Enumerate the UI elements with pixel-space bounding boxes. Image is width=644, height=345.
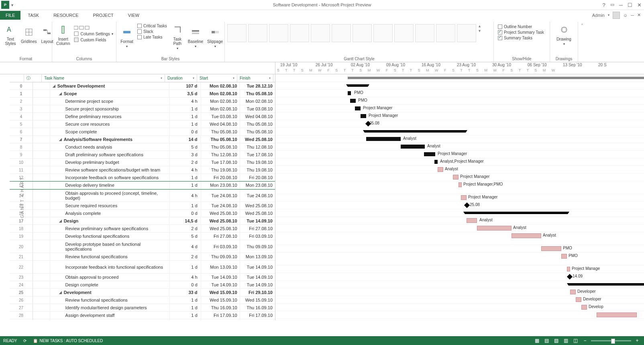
table-row[interactable]: 23Obtain approval to proceed4 hTue 14.09… (10, 274, 275, 281)
table-row[interactable]: 17◢Design14,5 dWed 25.08.10Tue 14.09.10 (10, 217, 275, 225)
table-row[interactable]: 18Review preliminary software specificat… (10, 225, 275, 233)
critical-tasks-check[interactable]: Critical Tasks (136, 23, 169, 29)
gantt-row: Analyst (275, 225, 644, 232)
table-row[interactable]: 27Identify modular/tiered design paramet… (10, 304, 275, 312)
zoom-out-icon[interactable]: − (581, 337, 589, 344)
finish-header[interactable]: Finish▾ (237, 74, 273, 82)
timeline-date: 09 Aug '10 (386, 63, 405, 67)
table-row[interactable]: 10Develop preliminary budget2 dTue 17.08… (10, 159, 275, 166)
gantt-row: PMO (275, 253, 644, 265)
drawing-button[interactable]: Drawing▾ (552, 22, 575, 47)
view-resource-icon[interactable]: ▥ (562, 337, 569, 344)
task-path-button[interactable]: Task Path▾ (169, 22, 185, 51)
view-network-icon[interactable]: ▧ (552, 337, 560, 344)
gantt-row: Analyst (275, 143, 644, 151)
table-row[interactable]: 8Conduct needs analysis5 dThu 05.08.10Th… (10, 143, 275, 151)
timeline-date: 02 Aug '10 (351, 63, 370, 67)
gantt-row: 05.08 (275, 120, 644, 128)
table-row[interactable]: 0◢Software Development107 dMon 02.08.10T… (10, 82, 275, 90)
task-grid[interactable]: 0◢Software Development107 dMon 02.08.10T… (10, 82, 275, 320)
user-dropdown-icon[interactable]: ▾ (608, 13, 609, 17)
window-minimize-icon[interactable]: ─ (631, 13, 634, 18)
maximize-icon[interactable]: ☐ (628, 2, 632, 8)
view-gantt-icon[interactable]: ▦ (533, 337, 540, 344)
view-tab[interactable]: VIEW (121, 11, 147, 20)
text-styles-button[interactable]: AText Styles (2, 22, 18, 47)
slack-check[interactable]: Slack (136, 29, 169, 34)
zoom-slider[interactable] (591, 340, 631, 341)
late-tasks-check[interactable]: Late Tasks (136, 35, 169, 40)
gantt-row: Developer (275, 288, 644, 296)
minimize-icon[interactable]: ─ (619, 2, 623, 8)
view-report-icon[interactable]: ◫ (572, 337, 579, 344)
table-row[interactable]: 25◢Development33 dWed 15.09.10Fri 29.10.… (10, 289, 275, 296)
table-row[interactable]: 13Develop delivery timeline1 dMon 23.08.… (10, 182, 275, 189)
info-header[interactable]: ⓘ (24, 74, 42, 82)
custom-fields-button[interactable]: Custom Fields (72, 37, 114, 43)
table-row[interactable]: 1◢Scope3,5 dMon 02.08.10Thu 05.08.10 (10, 90, 275, 98)
avatar[interactable] (613, 12, 620, 19)
gantt-row (275, 82, 644, 90)
help-icon[interactable]: ? (603, 2, 605, 8)
project-tab[interactable]: PROJECT (86, 11, 121, 20)
table-row[interactable]: 28Assign development staff1 dFri 17.09.1… (10, 312, 275, 319)
table-row[interactable]: 11Review software specifications/budget … (10, 166, 275, 174)
table-row[interactable]: 14Obtain approvals to proceed (concept, … (10, 189, 275, 202)
table-row[interactable]: 21Review functional specifications2 dThu… (10, 253, 275, 261)
gantt-row: Project Manager (275, 112, 644, 120)
table-row[interactable]: 24Design complete0 dTue 14.09.10Tue 14.0… (10, 281, 275, 289)
taskname-header[interactable]: Task Name▾ (42, 74, 165, 82)
ribbon-collapse-icon[interactable]: ˄ (581, 23, 583, 29)
status-sync-icon[interactable]: ⟳ (23, 339, 26, 343)
table-row[interactable]: 5Secure core resources1 dWed 04.08.10Thu… (10, 120, 275, 128)
insert-column-button[interactable]: Insert Column (55, 22, 71, 47)
baseline-button[interactable]: Baseline▾ (186, 22, 205, 51)
table-row[interactable]: 29Develop code15 dMon 20.09.10Fri 08.10.… (10, 319, 275, 320)
duration-header[interactable]: Duration▾ (165, 74, 197, 82)
outline-number-check[interactable]: Outline Number (496, 24, 547, 29)
status-ready: READY (3, 339, 17, 343)
close-icon[interactable]: ✕ (637, 2, 642, 8)
timeline-date: 13 Sep '10 (563, 63, 582, 67)
summary-tasks-check[interactable]: Summary Tasks (496, 35, 547, 41)
align-buttons[interactable] (72, 25, 114, 31)
task-tab[interactable]: TASK (20, 11, 46, 20)
group-label-format: Format (0, 57, 52, 61)
table-row[interactable]: 26Review functional specifications1 dWed… (10, 296, 275, 304)
file-tab[interactable]: FILE (0, 11, 20, 20)
styles-down-icon[interactable]: ▼ (478, 29, 481, 33)
status-newtasks[interactable]: 📋NEW TASKS : AUTO SCHEDULED (33, 339, 103, 343)
table-row[interactable]: 2Determine project scope4 hMon 02.08.10M… (10, 98, 275, 105)
ribbon-toggle-icon[interactable]: ▭ (610, 2, 614, 8)
gantt-chart[interactable]: PMOPMOProject ManagerProject Manager05.0… (275, 74, 644, 320)
column-settings-button[interactable]: Column Settings ▾ (72, 31, 114, 37)
table-row[interactable]: 6Scope complete0 dThu 05.08.10Thu 05.08.… (10, 128, 275, 136)
rownum-header[interactable] (10, 74, 24, 82)
table-row[interactable]: 3Secure project sponsorship1 dMon 02.08.… (10, 105, 275, 113)
table-row[interactable]: 16Analysis complete0 dWed 25.08.10Wed 25… (10, 210, 275, 217)
resource-tab[interactable]: RESOURCE (46, 11, 86, 20)
view-cal-icon[interactable]: ▤ (543, 337, 550, 344)
table-row[interactable]: 15Secure required resources1 dTue 24.08.… (10, 202, 275, 210)
user-name[interactable]: Admin (592, 13, 605, 18)
table-row[interactable]: 20Develop prototype based on functional … (10, 240, 275, 253)
table-row[interactable]: 9Draft preliminary software specificatio… (10, 151, 275, 159)
table-row[interactable]: 7◢Analysis/Software Requirements14 dThu … (10, 136, 275, 143)
table-row[interactable]: 22Incorporate feedback into functional s… (10, 261, 275, 274)
gridlines-button[interactable]: Gridlines (19, 22, 38, 47)
table-row[interactable]: 4Define preliminary resources1 dTue 03.0… (10, 113, 275, 120)
styles-up-icon[interactable]: ▲ (478, 24, 481, 28)
zoom-in-icon[interactable]: + (634, 337, 641, 344)
gantt-chart-styles[interactable]: ▲ ▼ (227, 22, 491, 42)
gantt-row (275, 128, 644, 135)
project-summary-check[interactable]: Project Summary Task (496, 30, 547, 35)
smiley-icon[interactable]: ☺ (623, 13, 628, 18)
qat-dropdown[interactable]: ▾ (11, 3, 13, 7)
table-row[interactable]: 19Develop functional specifications5 dFr… (10, 233, 275, 240)
format-button[interactable]: Format▾ (119, 22, 135, 51)
window-close-icon[interactable]: ✕ (637, 12, 641, 18)
slippage-button[interactable]: Slippage▾ (206, 22, 224, 51)
table-row[interactable]: 12Incorporate feedback on software speci… (10, 174, 275, 182)
start-header[interactable]: Start▾ (197, 74, 237, 82)
gantt-row (275, 311, 644, 319)
